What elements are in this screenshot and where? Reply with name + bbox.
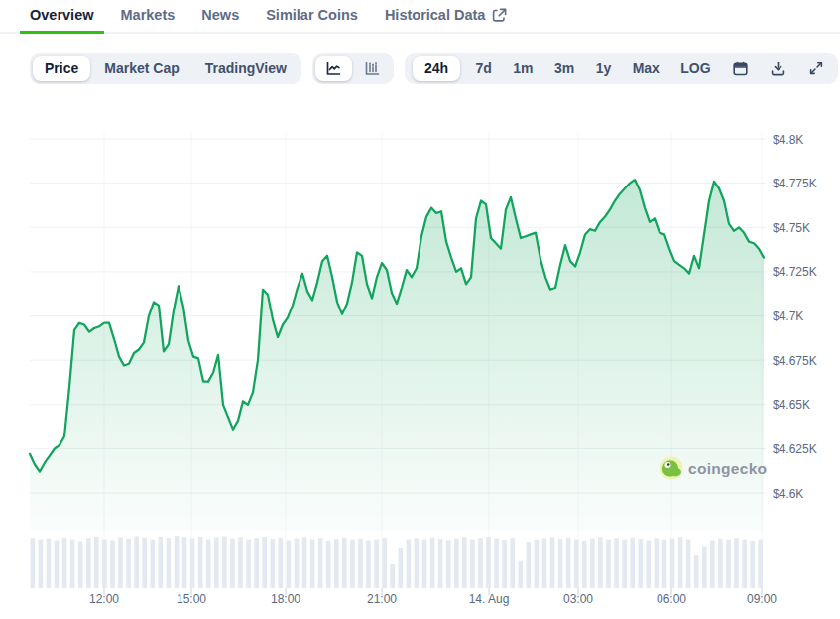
- x-axis-label: 18:00: [271, 592, 300, 606]
- tab-markets[interactable]: Markets: [121, 0, 176, 32]
- y-axis-label: $4.6K: [773, 487, 803, 501]
- download-icon: [770, 61, 786, 77]
- tab-similar-coins-label: Similar Coins: [266, 7, 358, 23]
- chart-toolbar: Price Market Cap TradingView 2: [30, 53, 838, 84]
- tab-similar-coins[interactable]: Similar Coins: [266, 0, 358, 32]
- tab-historical-data[interactable]: Historical Data: [385, 0, 508, 32]
- x-axis-label: 12:00: [89, 592, 119, 606]
- price-area-fill: [30, 180, 764, 531]
- tradingview-toggle-button[interactable]: TradingView: [193, 56, 299, 81]
- market-cap-toggle-button[interactable]: Market Cap: [92, 56, 190, 81]
- range-group: 24h 7d 1m 3m 1y Max LOG: [405, 53, 838, 84]
- range-1m-button[interactable]: 1m: [507, 56, 539, 81]
- coingecko-watermark: coingecko: [660, 457, 768, 480]
- range-3m-button[interactable]: 3m: [548, 56, 580, 81]
- range-1y-button[interactable]: 1y: [590, 56, 618, 81]
- volume-bars: [31, 536, 764, 588]
- expand-icon: [808, 61, 824, 76]
- calendar-icon: [732, 61, 749, 77]
- tab-overview-label: Overview: [30, 7, 94, 23]
- y-axis-label: $4.775K: [773, 177, 817, 190]
- chart-type-group: [312, 53, 394, 84]
- y-axis-labels: $4.8K$4.775K$4.75K$4.725K$4.7K$4.675K$4.…: [773, 133, 817, 501]
- section-tabs: Overview Markets News Similar Coins Hist…: [0, 0, 840, 34]
- tab-news[interactable]: News: [201, 0, 239, 32]
- y-axis-label: $4.65K: [773, 398, 810, 412]
- line-chart-icon: [325, 61, 342, 77]
- x-axis-label: 06:00: [657, 592, 686, 606]
- x-axis-labels: 12:0015:0018:0021:0014. Aug03:0006:0009:…: [89, 588, 777, 606]
- x-axis-label: 15:00: [177, 592, 206, 606]
- watermark-brand-text: coingecko: [688, 460, 767, 477]
- expand-button[interactable]: [802, 56, 830, 81]
- calendar-button[interactable]: [726, 56, 755, 81]
- log-scale-button[interactable]: LOG: [674, 56, 716, 81]
- x-axis-label: 14. Aug: [469, 592, 510, 606]
- external-link-icon: [492, 8, 507, 23]
- y-axis-label: $4.625K: [773, 442, 817, 456]
- x-axis-label: 09:00: [747, 592, 777, 606]
- x-axis-label: 03:00: [563, 592, 593, 606]
- y-axis-label: $4.725K: [773, 265, 817, 279]
- coin-price-chart-page: Overview Markets News Similar Coins Hist…: [0, 0, 840, 619]
- y-axis-label: $4.8K: [773, 133, 803, 147]
- tab-news-label: News: [201, 7, 239, 23]
- price-chart-canvas[interactable]: $4.8K$4.775K$4.75K$4.725K$4.7K$4.675K$4.…: [0, 99, 840, 619]
- bar-chart-icon: [364, 61, 381, 77]
- x-axis-label: 21:00: [367, 592, 397, 606]
- metric-toggle-group: Price Market Cap TradingView: [30, 53, 301, 84]
- download-button[interactable]: [764, 56, 792, 81]
- tab-markets-label: Markets: [121, 7, 176, 23]
- y-axis-label: $4.7K: [773, 310, 803, 323]
- range-max-button[interactable]: Max: [627, 56, 665, 81]
- range-24h-button[interactable]: 24h: [413, 56, 460, 81]
- line-chart-type-button[interactable]: [315, 56, 352, 81]
- tab-overview[interactable]: Overview: [30, 0, 94, 32]
- range-7d-button[interactable]: 7d: [470, 56, 498, 81]
- y-axis-label: $4.75K: [773, 221, 810, 235]
- y-axis-label: $4.675K: [773, 354, 817, 368]
- tab-historical-data-label: Historical Data: [385, 7, 486, 23]
- bar-chart-type-button[interactable]: [354, 56, 391, 81]
- price-toggle-button[interactable]: Price: [33, 56, 90, 81]
